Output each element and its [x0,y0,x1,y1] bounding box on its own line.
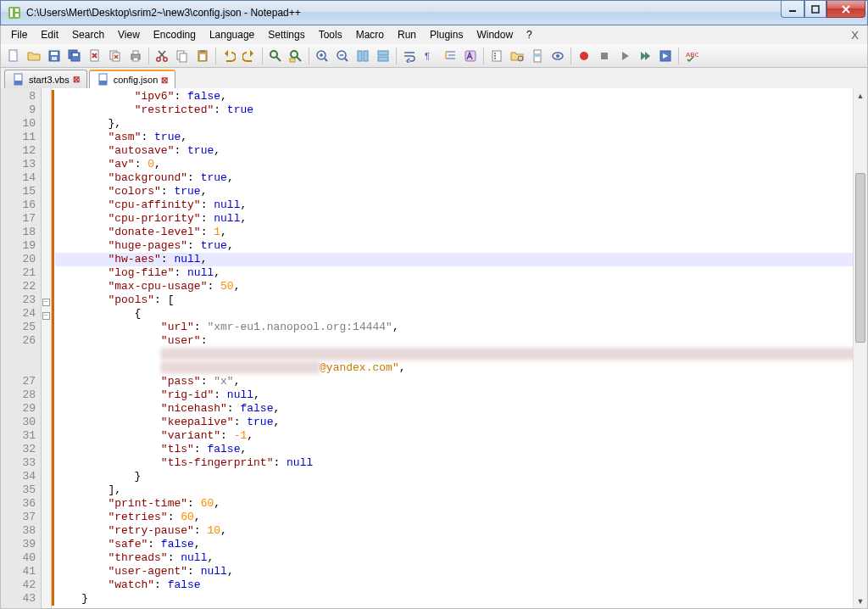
sync-v-icon[interactable] [353,47,372,65]
record-macro-icon[interactable] [575,47,593,65]
titlebar: C:\Users\Mert\Desktop\srim2~\new3\config… [0,0,868,25]
function-list-icon[interactable] [487,47,506,65]
close-icon[interactable]: ⊠ [73,75,80,84]
monitoring-icon[interactable] [548,47,567,65]
svg-point-36 [291,51,298,58]
menu-close-x[interactable]: X [846,29,864,42]
run-multi-icon[interactable] [636,47,654,65]
svg-point-64 [556,54,559,58]
menu-encoding[interactable]: Encoding [147,27,203,42]
editor: 891011121314151617181920212223242526 272… [0,88,868,609]
maximize-button[interactable] [804,1,826,18]
new-file-icon[interactable] [4,47,23,65]
menu-window[interactable]: Window [470,27,520,42]
svg-rect-23 [133,51,138,54]
indent-guide-icon[interactable] [441,47,459,65]
svg-line-35 [276,57,281,61]
cut-icon[interactable] [153,47,171,65]
show-all-chars-icon[interactable]: ¶ [420,47,439,65]
menubar: File Edit Search View Encoding Language … [0,25,868,44]
svg-rect-72 [99,81,107,85]
menu-search[interactable]: Search [65,27,111,42]
menu-tools[interactable]: Tools [312,27,349,42]
svg-text:¶: ¶ [425,51,430,61]
svg-line-27 [159,51,165,58]
tab-configjson[interactable]: config.json ⊠ [89,70,176,88]
doc-map-icon[interactable] [528,47,547,65]
code-area[interactable]: "ipv6": false, "restricted": true }, "as… [52,88,867,608]
menu-settings[interactable]: Settings [261,27,311,42]
replace-icon[interactable] [287,47,305,65]
find-icon[interactable] [266,47,285,65]
wordwrap-icon[interactable] [400,47,419,65]
tab-start3vbs[interactable]: start3.vbs ⊠ [4,70,87,88]
tab-label: start3.vbs [29,75,70,85]
close-file-icon[interactable] [86,47,104,65]
redo-icon[interactable] [240,47,259,65]
close-button[interactable] [826,1,865,18]
svg-rect-66 [601,53,608,59]
svg-rect-70 [14,81,22,85]
vertical-scrollbar[interactable]: ▲ ▼ [853,88,867,608]
svg-rect-11 [52,57,57,60]
menu-macro[interactable]: Macro [349,27,391,42]
save-all-icon[interactable] [65,47,84,65]
fold-column[interactable]: −− [42,88,52,608]
menu-run[interactable]: Run [391,27,423,42]
svg-rect-1 [10,8,13,17]
svg-line-37 [297,57,301,61]
undo-icon[interactable] [220,47,238,65]
menu-view[interactable]: View [111,27,147,42]
scroll-thumb[interactable] [855,173,865,343]
stop-macro-icon[interactable] [595,47,614,65]
svg-line-28 [159,51,164,58]
menu-language[interactable]: Language [203,27,261,42]
svg-rect-32 [200,50,205,53]
svg-line-42 [325,59,327,61]
play-macro-icon[interactable] [615,47,634,65]
toolbar: ¶ ABC [0,44,868,68]
svg-rect-62 [535,53,540,57]
svg-rect-56 [492,51,501,61]
minimize-button[interactable] [781,1,804,18]
print-icon[interactable] [126,47,145,65]
svg-point-59 [494,58,496,59]
svg-rect-38 [290,59,295,62]
close-icon[interactable]: ⊠ [161,75,168,85]
svg-rect-49 [378,57,388,61]
open-file-icon[interactable] [25,47,43,65]
svg-rect-10 [51,52,58,55]
scroll-down-icon[interactable]: ▼ [854,594,867,608]
svg-rect-14 [73,53,78,56]
svg-rect-2 [15,8,19,12]
tab-bar: start3.vbs ⊠ config.json ⊠ [0,68,868,88]
spellcheck-icon[interactable]: ABC [682,47,701,65]
paste-icon[interactable] [193,47,212,65]
menu-file[interactable]: File [4,27,34,42]
svg-rect-3 [15,14,19,17]
svg-rect-46 [358,51,362,61]
save-icon[interactable] [45,47,64,65]
svg-rect-33 [200,54,205,60]
lang-pref-icon[interactable] [461,47,480,65]
tab-label: config.json [114,75,159,85]
menu-plugins[interactable]: Plugins [423,27,470,42]
folder-workspace-icon[interactable] [508,47,526,65]
save-macro-icon[interactable] [656,47,675,65]
zoom-out-icon[interactable] [333,47,352,65]
scroll-up-icon[interactable]: ▲ [854,88,867,103]
copy-icon[interactable] [173,47,192,65]
svg-point-58 [494,55,496,57]
menu-help[interactable]: ? [520,27,539,42]
svg-point-34 [270,51,277,58]
app-icon [8,6,21,20]
zoom-in-icon[interactable] [313,47,331,65]
file-icon [12,73,25,87]
svg-point-57 [494,53,496,54]
close-all-icon[interactable] [106,47,125,65]
svg-point-65 [580,52,588,60]
menu-edit[interactable]: Edit [34,27,65,42]
sync-h-icon[interactable] [374,47,392,65]
window-title: C:\Users\Mert\Desktop\srim2~\new3\config… [26,7,781,19]
svg-rect-48 [378,51,388,55]
